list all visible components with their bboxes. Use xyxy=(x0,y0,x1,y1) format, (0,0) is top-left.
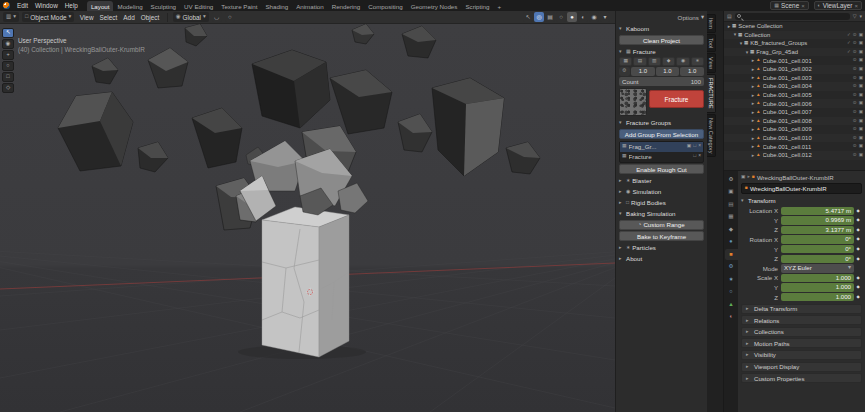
section-delta-transform[interactable]: Delta Transform xyxy=(741,304,862,314)
3d-viewport[interactable] xyxy=(0,24,615,412)
shading-material-button[interactable] xyxy=(578,12,588,22)
tab-view-layer[interactable] xyxy=(725,212,738,223)
outliner-row-cell[interactable]: Cube.001_cell.008 xyxy=(724,117,865,126)
tab-animation[interactable]: Animation xyxy=(292,1,328,11)
blender-logo-icon[interactable] xyxy=(3,2,10,9)
transform-panel-header[interactable]: Transform xyxy=(741,196,862,205)
section-viewport-display[interactable]: Viewport Display xyxy=(741,362,862,372)
eye-icon[interactable] xyxy=(853,127,857,132)
outliner-row-cell[interactable]: Cube.001_cell.004 xyxy=(724,82,865,91)
outliner-row-collection[interactable]: Collection xyxy=(724,31,865,40)
outliner-row-cell[interactable]: Cube.001_cell.012 xyxy=(724,151,865,160)
noise-x-field[interactable]: 1.0 xyxy=(631,67,655,76)
object-name-field[interactable]: WreckingBallOuter-KrumbIR xyxy=(741,183,862,194)
gizmo-toggle[interactable] xyxy=(523,12,533,22)
camera-icon[interactable] xyxy=(859,110,863,115)
outliner-row-cell[interactable]: Cube.001_cell.001 xyxy=(724,56,865,65)
transform-tool[interactable] xyxy=(2,83,14,93)
checkbox-icon[interactable] xyxy=(847,41,851,46)
camera-icon[interactable] xyxy=(859,33,863,38)
tab-shading[interactable]: Shading xyxy=(261,1,292,11)
about-section[interactable]: About xyxy=(619,254,704,263)
sidebar-tab-new-category[interactable]: New Category xyxy=(707,114,716,157)
rotation-mode-dropdown[interactable]: XYZ Euler xyxy=(781,264,854,273)
keyframe-decorator-icon[interactable] xyxy=(854,276,862,280)
rotation-z-field[interactable]: 0° xyxy=(781,255,854,264)
transform-orientation-selector[interactable]: Global xyxy=(173,12,209,22)
xray-toggle[interactable] xyxy=(545,12,555,22)
cursor-tool[interactable] xyxy=(2,39,14,49)
outliner-row-cell[interactable]: Cube.001_cell.011 xyxy=(724,142,865,151)
tab-compositing[interactable]: Compositing xyxy=(364,1,406,11)
scale-x-field[interactable]: 1.000 xyxy=(781,274,854,283)
outliner-row-cell[interactable]: Cube.001_cell.005 xyxy=(724,91,865,100)
camera-icon[interactable] xyxy=(859,58,863,63)
outliner-row-frag-grp[interactable]: Frag_Grp_45ad xyxy=(724,48,865,57)
group-list-item[interactable]: Frag_Gr... xyxy=(620,142,703,152)
checkbox-icon[interactable] xyxy=(847,50,851,55)
enable-rough-cut-button[interactable]: Enable Rough Cut xyxy=(619,164,704,174)
pattern-voronoi-button[interactable] xyxy=(648,57,661,66)
baking-simulation-section[interactable]: Baking Simulation xyxy=(619,209,704,218)
tab-render[interactable] xyxy=(725,187,738,198)
menu-view[interactable]: View xyxy=(77,14,96,21)
camera-icon[interactable] xyxy=(859,153,863,158)
noise-texture-preview[interactable] xyxy=(619,88,647,116)
location-x-field[interactable]: 5.4717 m xyxy=(781,207,854,216)
mode-selector[interactable]: Object Mode xyxy=(22,12,74,22)
outliner-row-cell[interactable]: Cube.001_cell.002 xyxy=(724,65,865,74)
keyframe-decorator-icon[interactable] xyxy=(854,247,862,251)
tab-object[interactable] xyxy=(725,249,738,260)
noise-y-field[interactable]: 1.0 xyxy=(656,67,680,76)
keyframe-decorator-icon[interactable] xyxy=(854,295,862,299)
sidebar-tab-fracture[interactable]: FRACTURE xyxy=(707,74,716,112)
shading-solid-button[interactable] xyxy=(567,12,577,22)
overlays-toggle[interactable] xyxy=(534,12,544,22)
eye-icon[interactable] xyxy=(853,58,857,63)
eye-icon[interactable] xyxy=(853,41,857,46)
camera-icon[interactable] xyxy=(859,67,863,72)
rigid-bodies-section[interactable]: Rigid Bodies xyxy=(619,198,704,207)
render-toggle-icon[interactable] xyxy=(687,144,692,149)
keyframe-decorator-icon[interactable] xyxy=(854,285,862,289)
filter-icon[interactable] xyxy=(853,14,857,19)
eye-icon[interactable] xyxy=(853,144,857,149)
location-z-field[interactable]: 3.1377 m xyxy=(781,226,854,235)
menu-object[interactable]: Object xyxy=(138,14,161,21)
outliner-search-input[interactable] xyxy=(735,13,850,20)
tab-world[interactable] xyxy=(725,237,738,248)
location-y-field[interactable]: 0.9969 m xyxy=(781,216,854,225)
chevron-down-icon[interactable] xyxy=(859,14,862,19)
move-tool[interactable] xyxy=(2,50,14,60)
delete-group-icon[interactable] xyxy=(698,144,701,149)
shading-wireframe-button[interactable] xyxy=(556,12,566,22)
fracture-button[interactable]: Fracture xyxy=(649,90,704,108)
count-field[interactable]: Count 100 xyxy=(619,77,704,86)
eye-icon[interactable] xyxy=(853,136,857,141)
kaboom-header[interactable]: Kaboom xyxy=(619,24,704,33)
tab-sculpting[interactable]: Sculpting xyxy=(147,1,180,11)
fracture-section-header[interactable]: Fracture xyxy=(619,47,704,56)
simulation-section[interactable]: Simulation xyxy=(619,187,704,196)
tab-geometry-nodes[interactable]: Geometry Nodes xyxy=(407,1,462,11)
camera-icon[interactable] xyxy=(859,127,863,132)
tab-texture-paint[interactable]: Texture Paint xyxy=(217,1,261,11)
shading-rendered-button[interactable] xyxy=(589,12,599,22)
outliner-row-cell[interactable]: Cube.001_cell.006 xyxy=(724,99,865,108)
outliner-editor-icon[interactable] xyxy=(727,14,732,19)
viewlayer-remove-icon[interactable] xyxy=(854,3,858,9)
scale-y-field[interactable]: 1.000 xyxy=(781,283,854,292)
scale-tool[interactable] xyxy=(2,72,14,82)
add-group-button[interactable]: Add Group From Selection xyxy=(619,129,704,139)
camera-icon[interactable] xyxy=(859,119,863,124)
eye-icon[interactable] xyxy=(853,76,857,81)
tab-modifiers[interactable] xyxy=(725,262,738,273)
outliner-row-scene-collection[interactable]: Scene Collection xyxy=(724,22,865,31)
outliner-row-cell[interactable]: Cube.001_cell.009 xyxy=(724,125,865,134)
section-custom-properties[interactable]: Custom Properties xyxy=(741,373,862,383)
checkbox-icon[interactable] xyxy=(847,33,851,38)
tab-material[interactable] xyxy=(725,312,738,323)
select-box-tool[interactable] xyxy=(2,28,14,38)
section-collections[interactable]: Collections xyxy=(741,327,862,337)
tab-physics[interactable] xyxy=(725,287,738,298)
